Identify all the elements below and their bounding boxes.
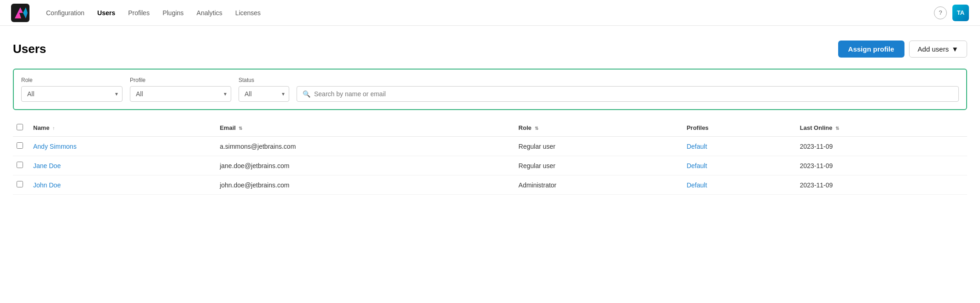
- col-role[interactable]: Role ⇅: [513, 119, 681, 137]
- help-button[interactable]: ?: [934, 6, 947, 19]
- filter-box: Role All Regular user Administrator Prof…: [13, 69, 967, 110]
- page-title: Users: [13, 42, 46, 56]
- row-checkbox-andy-simmons[interactable]: [17, 142, 23, 149]
- col-profiles-label: Profiles: [687, 124, 709, 131]
- header-actions: Assign profile Add users ▼: [838, 41, 967, 58]
- role-select[interactable]: All Regular user Administrator: [21, 86, 122, 102]
- row-profiles-andy-simmons: Default: [681, 137, 794, 156]
- status-select[interactable]: All Active Inactive: [239, 86, 289, 102]
- row-email-jane-doe: jane.doe@jetbrains.com: [214, 156, 513, 175]
- row-email-john-doe: john.doe@jetbrains.com: [214, 175, 513, 195]
- profile-filter-label: Profile: [130, 77, 231, 83]
- table-row: Andy Simmons a.simmons@jetbrains.com Reg…: [13, 137, 967, 156]
- users-table-wrap: Name ↑ Email ⇅ Role ⇅ Profiles: [13, 119, 967, 195]
- nav-item-configuration[interactable]: Configuration: [41, 6, 90, 19]
- row-role-jane-doe: Regular user: [513, 156, 681, 175]
- col-profiles: Profiles: [681, 119, 794, 137]
- row-profiles-jane-doe: Default: [681, 156, 794, 175]
- row-name-john-doe: John Doe: [28, 175, 214, 195]
- role-filter-group: Role All Regular user Administrator: [21, 77, 122, 102]
- name-sort-icon: ↑: [52, 126, 55, 131]
- row-email-andy-simmons: a.simmons@jetbrains.com: [214, 137, 513, 156]
- row-profiles-john-doe: Default: [681, 175, 794, 195]
- row-checkbox-cell: [13, 156, 28, 175]
- row-last-online-jane-doe: 2023-11-09: [794, 156, 967, 175]
- row-last-online-john-doe: 2023-11-09: [794, 175, 967, 195]
- col-name[interactable]: Name ↑: [28, 119, 214, 137]
- status-filter-group: Status All Active Inactive: [239, 77, 289, 102]
- row-role-andy-simmons: Regular user: [513, 137, 681, 156]
- profile-filter-group: Profile All Default: [130, 77, 231, 102]
- row-checkbox-jane-doe[interactable]: [17, 162, 23, 168]
- user-name-link-jane-doe[interactable]: Jane Doe: [33, 162, 61, 169]
- nav-item-plugins[interactable]: Plugins: [157, 6, 189, 19]
- nav-links: Configuration Users Profiles Plugins Ana…: [41, 6, 934, 19]
- row-role-john-doe: Administrator: [513, 175, 681, 195]
- select-all-checkbox-cell: [13, 119, 28, 137]
- role-sort-icon: ⇅: [535, 126, 538, 131]
- last-online-sort-icon: ⇅: [835, 126, 839, 131]
- users-table: Name ↑ Email ⇅ Role ⇅ Profiles: [13, 119, 967, 195]
- nav-item-profiles[interactable]: Profiles: [122, 6, 155, 19]
- nav-item-analytics[interactable]: Analytics: [191, 6, 228, 19]
- col-last-online-label: Last Online: [800, 124, 833, 131]
- profile-select[interactable]: All Default: [130, 86, 231, 102]
- page-header: Users Assign profile Add users ▼: [13, 41, 967, 58]
- col-name-label: Name: [33, 124, 49, 131]
- profile-link-andy-simmons[interactable]: Default: [687, 143, 707, 150]
- add-users-button[interactable]: Add users ▼: [909, 41, 967, 58]
- user-name-link-john-doe[interactable]: John Doe: [33, 181, 61, 189]
- row-checkbox-cell: [13, 137, 28, 156]
- app-logo[interactable]: [11, 4, 29, 22]
- role-select-wrapper: All Regular user Administrator: [21, 86, 122, 102]
- col-last-online[interactable]: Last Online ⇅: [794, 119, 967, 137]
- add-users-label: Add users: [918, 45, 949, 53]
- status-filter-label: Status: [239, 77, 289, 83]
- select-all-checkbox[interactable]: [17, 124, 23, 130]
- main-content: Users Assign profile Add users ▼ Role Al…: [0, 26, 980, 195]
- search-wrapper: 🔍: [297, 86, 959, 102]
- table-header-row: Name ↑ Email ⇅ Role ⇅ Profiles: [13, 119, 967, 137]
- table-row: John Doe john.doe@jetbrains.com Administ…: [13, 175, 967, 195]
- add-users-chevron-icon: ▼: [951, 45, 958, 53]
- table-row: Jane Doe jane.doe@jetbrains.com Regular …: [13, 156, 967, 175]
- nav-item-users[interactable]: Users: [92, 6, 121, 19]
- status-select-wrapper: All Active Inactive: [239, 86, 289, 102]
- avatar[interactable]: TA: [952, 5, 969, 21]
- col-email[interactable]: Email ⇅: [214, 119, 513, 137]
- profile-select-wrapper: All Default: [130, 86, 231, 102]
- search-input[interactable]: [314, 90, 953, 98]
- col-email-label: Email: [220, 124, 236, 131]
- assign-profile-button[interactable]: Assign profile: [838, 41, 904, 58]
- navbar-right: ? TA: [934, 5, 969, 21]
- nav-item-licenses[interactable]: Licenses: [230, 6, 266, 19]
- navbar: Configuration Users Profiles Plugins Ana…: [0, 0, 980, 26]
- row-checkbox-cell: [13, 175, 28, 195]
- user-name-link-andy-simmons[interactable]: Andy Simmons: [33, 143, 76, 150]
- search-icon: 🔍: [303, 90, 310, 98]
- col-role-label: Role: [519, 124, 531, 131]
- row-checkbox-john-doe[interactable]: [17, 181, 23, 187]
- role-filter-label: Role: [21, 77, 122, 83]
- profile-link-john-doe[interactable]: Default: [687, 181, 707, 189]
- email-sort-icon: ⇅: [239, 126, 242, 131]
- row-name-andy-simmons: Andy Simmons: [28, 137, 214, 156]
- profile-link-jane-doe[interactable]: Default: [687, 162, 707, 169]
- row-name-jane-doe: Jane Doe: [28, 156, 214, 175]
- row-last-online-andy-simmons: 2023-11-09: [794, 137, 967, 156]
